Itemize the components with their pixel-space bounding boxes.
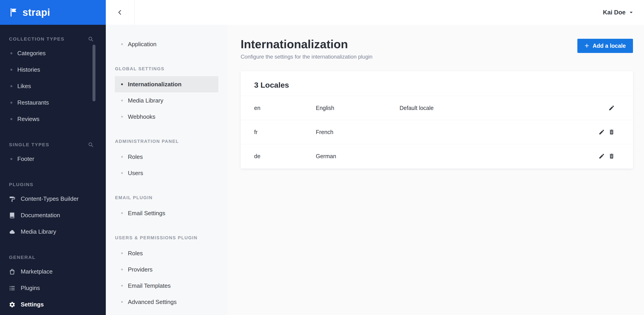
subnav-item-providers[interactable]: Providers: [115, 261, 218, 278]
subnav-item-media-library[interactable]: Media Library: [115, 92, 218, 109]
page-subtitle: Configure the settings for the internati…: [241, 54, 372, 60]
subnav-item-label: Users: [128, 170, 143, 177]
app-root: strapi COLLECTION TYPES Categories Histo…: [0, 0, 644, 315]
shopping-bag-icon: [8, 268, 16, 275]
subnav-item-label: Roles: [128, 153, 143, 160]
subnav-item-email-templates[interactable]: Email Templates: [115, 278, 218, 294]
sidebar-item-plugins[interactable]: Plugins: [0, 280, 106, 296]
sidebar-item-label: Content-Types Builder: [21, 195, 78, 202]
list-icon: [8, 284, 16, 292]
strapi-logo-icon: [8, 8, 18, 17]
search-icon[interactable]: [88, 36, 94, 42]
bullet-icon: [10, 102, 12, 104]
logo-text: strapi: [22, 7, 50, 18]
sidebar-item-marketplace[interactable]: Marketplace: [0, 263, 106, 280]
locale-name: English: [316, 105, 400, 111]
bullet-icon: [121, 156, 123, 158]
section-header-collection-types: COLLECTION TYPES: [0, 36, 106, 42]
trash-icon: [608, 153, 615, 159]
row-actions: [608, 104, 616, 112]
back-button[interactable]: [106, 0, 134, 25]
section-header-plugins: PLUGINS: [0, 182, 106, 187]
sidebar-item-restaurants[interactable]: Restaurants: [0, 94, 106, 111]
sidebar-item-label: Reviews: [17, 116, 40, 123]
edit-locale-button[interactable]: [598, 128, 606, 136]
paint-roller-icon: [8, 195, 16, 203]
subnav-group-global-settings: GLOBAL SETTINGS: [115, 66, 218, 72]
section-header-general: GENERAL: [0, 254, 106, 260]
pencil-icon: [598, 129, 605, 135]
bullet-icon: [121, 43, 123, 45]
content-row: Application GLOBAL SETTINGS Internationa…: [106, 25, 644, 315]
sidebar-item-reviews[interactable]: Reviews: [0, 111, 106, 127]
subnav-group-administration-panel: ADMINISTRATION PANEL: [115, 139, 218, 145]
subnav-item-admin-roles[interactable]: Roles: [115, 149, 218, 165]
subnav-item-up-roles[interactable]: Roles: [115, 245, 218, 261]
add-locale-label: Add a locale: [593, 43, 626, 49]
subnav-item-advanced-settings[interactable]: Advanced Settings: [115, 294, 218, 310]
sidebar-item-label: Settings: [21, 301, 44, 308]
table-row: en English Default locale: [241, 96, 633, 120]
subnav-item-label: Email Settings: [128, 210, 165, 217]
bullet-icon: [121, 268, 123, 270]
sidebar-item-footer[interactable]: Footer: [0, 151, 106, 167]
locale-name: German: [316, 153, 400, 160]
bullet-icon: [121, 116, 123, 118]
sidebar-item-categories[interactable]: Categories: [0, 45, 106, 62]
strapi-logo[interactable]: strapi: [0, 0, 106, 25]
sidebar-item-label: Media Library: [21, 228, 56, 235]
bullet-icon: [121, 100, 123, 101]
add-locale-button[interactable]: + Add a locale: [577, 39, 633, 53]
book-icon: [8, 212, 16, 219]
right-column: Kai Doe Application GLOBAL SETTINGS Inte…: [106, 0, 644, 315]
locale-note: Default locale: [400, 105, 608, 111]
sidebar-item-histories[interactable]: Histories: [0, 62, 106, 78]
locale-code: en: [254, 105, 316, 111]
subnav-item-internationalization[interactable]: Internationalization: [115, 76, 218, 92]
user-name: Kai Doe: [603, 9, 626, 16]
chevron-down-icon: [628, 10, 634, 15]
gear-icon: [8, 301, 16, 308]
subnav-item-application[interactable]: Application: [115, 36, 218, 52]
chevron-left-icon: [116, 9, 123, 16]
bullet-icon: [10, 118, 12, 120]
section-header-single-types: SINGLE TYPES: [0, 142, 106, 148]
row-actions: [598, 128, 616, 136]
bullet-icon: [121, 172, 123, 174]
bullet-icon: [121, 252, 123, 254]
sidebar-item-label: Documentation: [21, 212, 60, 219]
locale-code: de: [254, 153, 316, 160]
top-header: Kai Doe: [106, 0, 644, 25]
locales-card-title: 3 Locales: [241, 71, 633, 96]
sidebar-item-likes[interactable]: Likes: [0, 78, 106, 94]
subnav-item-label: Email Templates: [128, 282, 170, 289]
settings-subnav: Application GLOBAL SETTINGS Internationa…: [106, 25, 227, 315]
subnav-item-webhooks[interactable]: Webhooks: [115, 109, 218, 125]
sidebar-item-content-types-builder[interactable]: Content-Types Builder: [0, 191, 106, 207]
subnav-item-label: Webhooks: [128, 113, 155, 120]
edit-locale-button[interactable]: [598, 152, 606, 160]
trash-icon: [608, 129, 615, 135]
sidebar-scrollbar[interactable]: [92, 45, 96, 101]
search-icon[interactable]: [88, 142, 94, 148]
subnav-item-admin-users[interactable]: Users: [115, 165, 218, 181]
row-actions: [598, 152, 616, 160]
sidebar-item-documentation[interactable]: Documentation: [0, 207, 106, 223]
bullet-icon: [10, 52, 12, 54]
user-menu[interactable]: Kai Doe: [603, 9, 644, 16]
subnav-item-label: Media Library: [128, 97, 164, 104]
subnav-item-label: Application: [128, 41, 156, 48]
delete-locale-button[interactable]: [608, 128, 616, 136]
main-sidebar: strapi COLLECTION TYPES Categories Histo…: [0, 0, 106, 315]
page-title-block: Internationalization Configure the setti…: [241, 37, 372, 60]
delete-locale-button[interactable]: [608, 152, 616, 160]
page-title: Internationalization: [241, 37, 372, 51]
subnav-group-email-plugin: EMAIL PLUGIN: [115, 195, 218, 201]
sidebar-item-label: Categories: [17, 50, 46, 57]
sidebar-item-media-library[interactable]: Media Library: [0, 223, 106, 240]
subnav-item-email-settings[interactable]: Email Settings: [115, 205, 218, 221]
section-label: SINGLE TYPES: [9, 142, 49, 147]
sidebar-item-settings[interactable]: Settings: [0, 296, 106, 313]
edit-locale-button[interactable]: [608, 104, 616, 112]
bullet-icon: [121, 301, 123, 303]
